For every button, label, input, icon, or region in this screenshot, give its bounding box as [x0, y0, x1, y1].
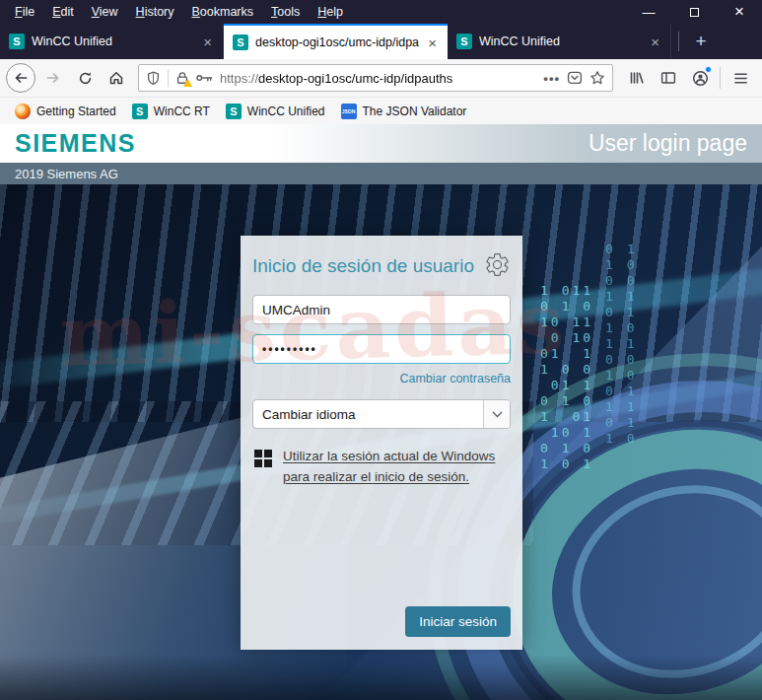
- reload-icon: [78, 71, 93, 86]
- bookmarks-toolbar: Getting Started S WinCC RT S WinCC Unifi…: [0, 97, 762, 124]
- binary-digits-overlay: 1 011 0 1 0 10 11 0 10 01 1 1 0 0 01 1 0…: [540, 283, 593, 472]
- library-icon: [629, 70, 645, 86]
- firefox-icon: [15, 104, 31, 119]
- pocket-icon[interactable]: [567, 70, 583, 86]
- siemens-favicon: S: [456, 34, 472, 49]
- page-actions-icon[interactable]: •••: [543, 71, 560, 86]
- minimize-icon: —: [643, 5, 656, 20]
- forward-arrow-icon: [45, 70, 61, 86]
- key-icon[interactable]: [196, 72, 213, 84]
- bookmark-label: WinCC Unified: [247, 105, 325, 118]
- tab-title: WinCC Unified: [479, 35, 642, 48]
- siemens-favicon: S: [9, 34, 25, 49]
- url-protocol: https://: [220, 71, 258, 86]
- bookmark-json-validator[interactable]: JSON The JSON Validator: [334, 101, 474, 122]
- library-button[interactable]: [621, 63, 653, 93]
- url-address: desktop-ogi1osc/umc-idp/idpauths: [258, 71, 452, 86]
- login-card: Inicio de sesión de usuario Cambiar cont…: [241, 236, 522, 650]
- menu-bookmarks[interactable]: Bookmarks: [183, 3, 263, 21]
- bottom-vignette: [0, 655, 762, 700]
- close-icon: ×: [734, 2, 744, 22]
- forward-button[interactable]: [37, 63, 69, 93]
- home-icon: [108, 70, 124, 86]
- app-menu-button[interactable]: [725, 63, 756, 93]
- siemens-favicon: S: [226, 104, 242, 119]
- settings-gear-icon[interactable]: [484, 251, 511, 278]
- binary-digits-overlay-2: 0 1 1 0 0 0 1 1 0 1 1 0 1 1 0 0 1 0 0 1 …: [605, 242, 637, 447]
- menu-help[interactable]: Help: [309, 3, 352, 21]
- home-button[interactable]: [101, 63, 132, 93]
- change-password-link[interactable]: Cambiar contraseña: [252, 372, 511, 385]
- tracking-shield-icon[interactable]: [146, 71, 161, 86]
- close-button[interactable]: ×: [717, 0, 762, 24]
- windows-link-line2: para realizar el inicio de sesión.: [283, 469, 469, 484]
- toolbar-divider: [720, 67, 721, 89]
- siemens-favicon: S: [233, 35, 248, 50]
- bookmark-wincc-rt[interactable]: S WinCC RT: [125, 101, 217, 122]
- language-selected-value: Cambiar idioma: [253, 407, 356, 422]
- site-header: SIEMENS User login page: [0, 124, 762, 163]
- new-tab-button[interactable]: +: [686, 24, 716, 59]
- siemens-logo: SIEMENS: [15, 129, 136, 158]
- windows-logo-icon: [254, 450, 272, 467]
- tab-title: WinCC Unified: [32, 35, 194, 48]
- sidebar-icon: [660, 70, 676, 86]
- tab-title: desktop-ogi1osc/umc-idp/idpa: [255, 35, 419, 49]
- tab-separator: [678, 32, 679, 51]
- chevron-down-icon[interactable]: [483, 400, 510, 428]
- password-input[interactable]: [252, 334, 511, 364]
- menu-history[interactable]: History: [127, 3, 183, 21]
- tab-close-icon[interactable]: ×: [649, 34, 661, 50]
- bookmark-label: Getting Started: [36, 105, 116, 118]
- url-bar[interactable]: https://desktop-ogi1osc/umc-idp/idpauths…: [138, 64, 613, 92]
- login-page-background: 1 011 0 1 0 10 11 0 10 01 1 1 0 0 01 1 0…: [0, 184, 762, 700]
- bookmark-label: The JSON Validator: [363, 105, 467, 118]
- maximize-button[interactable]: [671, 0, 717, 24]
- url-text[interactable]: https://desktop-ogi1osc/umc-idp/idpauths: [220, 71, 536, 86]
- menu-edit[interactable]: Edit: [43, 3, 83, 21]
- language-dropdown[interactable]: Cambiar idioma: [252, 399, 511, 429]
- login-button[interactable]: Iniciar sesión: [405, 606, 511, 637]
- siemens-favicon: S: [132, 104, 148, 119]
- tab-umc-idp-active[interactable]: S desktop-ogi1osc/umc-idp/idpa ×: [224, 24, 448, 59]
- bookmark-label: WinCC RT: [154, 105, 210, 118]
- windows-session-link[interactable]: Utilizar la sesión actual de Windows par…: [283, 447, 495, 488]
- page-title: User login page: [589, 130, 747, 157]
- browser-window: File Edit View History Bookmarks Tools H…: [0, 0, 762, 700]
- tab-bar: S WinCC Unified × S desktop-ogi1osc/umc-…: [0, 24, 762, 59]
- bookmark-wincc-unified[interactable]: S WinCC Unified: [219, 101, 332, 122]
- windows-session-login[interactable]: Utilizar la sesión actual de Windows par…: [252, 447, 511, 488]
- menu-view[interactable]: View: [83, 3, 127, 21]
- menu-file[interactable]: File: [6, 3, 43, 21]
- hamburger-icon: [733, 72, 748, 85]
- account-notification-badge: [705, 66, 712, 73]
- windows-link-line1: Utilizar la sesión actual de Windows: [283, 449, 495, 463]
- lock-warning-icon[interactable]: [175, 71, 189, 85]
- bookmark-star-icon[interactable]: [589, 70, 605, 86]
- account-button[interactable]: [684, 63, 716, 93]
- back-arrow-icon: [13, 70, 29, 86]
- login-title: Inicio de sesión de usuario: [252, 251, 474, 277]
- sidebar-button[interactable]: [653, 63, 684, 93]
- tab-close-icon[interactable]: ×: [426, 35, 439, 51]
- tab-wincc-unified-1[interactable]: S WinCC Unified ×: [0, 24, 224, 59]
- urlbar-divider: [168, 69, 169, 87]
- minimize-button[interactable]: —: [626, 0, 671, 24]
- copyright-bar: 2019 Siemens AG: [0, 163, 762, 184]
- tab-wincc-unified-2[interactable]: S WinCC Unified ×: [448, 24, 671, 59]
- window-controls: — ×: [626, 0, 762, 24]
- back-button[interactable]: [6, 63, 35, 93]
- navigation-toolbar: https://desktop-ogi1osc/umc-idp/idpauths…: [0, 59, 762, 97]
- reload-button[interactable]: [69, 63, 101, 93]
- tab-close-icon[interactable]: ×: [201, 34, 214, 50]
- json-icon: JSON: [341, 104, 357, 119]
- copyright-text: 2019 Siemens AG: [15, 167, 118, 181]
- username-input[interactable]: [252, 295, 511, 324]
- maximize-icon: [690, 8, 699, 17]
- bookmark-getting-started[interactable]: Getting Started: [8, 101, 123, 122]
- menu-bar: File Edit View History Bookmarks Tools H…: [0, 0, 762, 24]
- menu-tools[interactable]: Tools: [262, 3, 309, 21]
